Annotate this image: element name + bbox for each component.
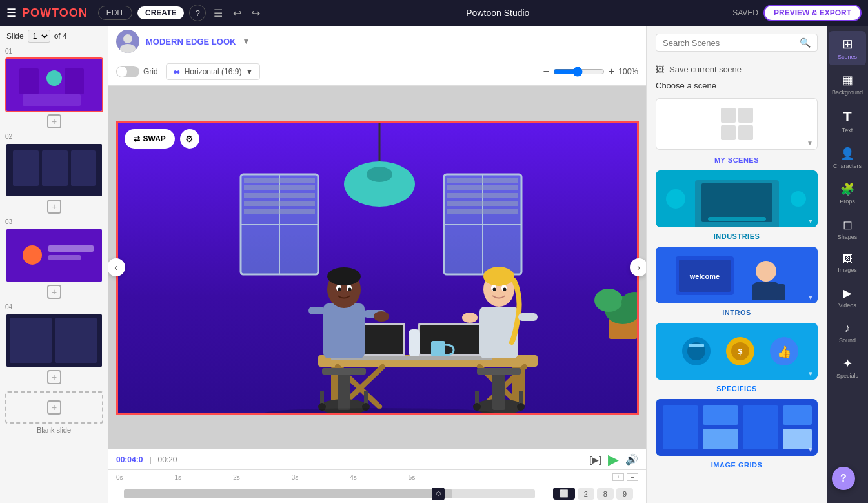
timeline-btn-2[interactable]: 2 bbox=[578, 488, 594, 500]
list-icon[interactable]: ☰ bbox=[211, 7, 225, 19]
theme-chevron-icon[interactable]: ▼ bbox=[242, 37, 250, 46]
volume-icon[interactable]: 🔊 bbox=[625, 453, 638, 466]
specifics-card[interactable]: $ 👍 ▼ bbox=[656, 323, 818, 380]
canvas-arrow-right[interactable]: › bbox=[630, 258, 647, 276]
sidebar-item-videos[interactable]: ▶ Videos bbox=[829, 281, 866, 314]
menu-icon[interactable]: ☰ bbox=[6, 6, 17, 20]
specifics-chevron-icon: ▼ bbox=[807, 370, 814, 377]
svg-rect-38 bbox=[447, 201, 518, 206]
sidebar-item-characters[interactable]: 👤 Characters bbox=[829, 141, 866, 174]
svg-point-97 bbox=[791, 191, 806, 207]
sidebar-item-shapes[interactable]: ◻ Shapes bbox=[829, 212, 866, 245]
slide-item-1[interactable]: + bbox=[0, 56, 108, 132]
imagegrids-label: IMAGE GRIDS bbox=[647, 458, 827, 473]
slide-2-add-btn[interactable]: + bbox=[5, 198, 103, 216]
svg-rect-12 bbox=[48, 255, 81, 260]
images-icon: 🖼 bbox=[842, 253, 853, 265]
preview-export-button[interactable]: PREVIEW & EXPORT bbox=[763, 5, 862, 21]
characters-label: Characters bbox=[833, 163, 862, 169]
toolbar: Grid ⬌ Horizontal (16:9) ▼ − + 100% bbox=[108, 57, 646, 86]
slide-1-add-btn[interactable]: + bbox=[5, 112, 103, 130]
theme-name: MODERN EDGE LOOK bbox=[146, 37, 236, 46]
slide-thumb-3[interactable] bbox=[5, 228, 103, 283]
choose-scene-label: Choose a scene bbox=[647, 77, 827, 94]
search-input[interactable] bbox=[663, 38, 796, 48]
imagegrids-card[interactable]: ▼ bbox=[656, 399, 818, 456]
zoom-slider[interactable] bbox=[553, 67, 605, 77]
industries-label: INDUSTRIES bbox=[647, 230, 827, 244]
sidebar-item-scenes[interactable]: ⊞ Scenes bbox=[829, 31, 866, 65]
sidebar-item-specials[interactable]: ✦ Specials bbox=[829, 351, 866, 384]
timeline-btn-8[interactable]: 8 bbox=[597, 488, 614, 500]
save-scene-row[interactable]: 🖼 Save current scene bbox=[647, 59, 827, 77]
tick-1s: 1s bbox=[175, 474, 182, 481]
toggle-knob bbox=[117, 67, 127, 77]
slide-item-2[interactable]: + bbox=[0, 141, 108, 217]
svg-point-81 bbox=[473, 403, 481, 411]
zoom-out-button[interactable]: − bbox=[543, 66, 549, 77]
help-fab-button[interactable]: ? bbox=[832, 467, 855, 490]
industries-card[interactable]: ▼ bbox=[656, 170, 818, 227]
edit-button[interactable]: EDIT bbox=[98, 6, 132, 20]
intros-card[interactable]: welcome ▼ bbox=[656, 247, 818, 303]
tick-2s: 2s bbox=[233, 474, 240, 481]
slide-thumb-1[interactable] bbox=[5, 57, 103, 112]
help-button[interactable]: ? bbox=[189, 5, 206, 21]
slide-item-4[interactable]: + bbox=[0, 312, 108, 387]
blank-slide-label: Blank slide bbox=[5, 424, 103, 439]
create-button[interactable]: CREATE bbox=[137, 6, 184, 19]
slide-3-add-btn[interactable]: + bbox=[5, 283, 103, 301]
timeline-zoom-in[interactable]: + bbox=[612, 473, 624, 481]
timeline-btn-default[interactable]: ⬜ bbox=[553, 488, 575, 500]
redo-icon[interactable]: ↪ bbox=[249, 7, 263, 19]
sidebar-item-props[interactable]: 🧩 Props bbox=[829, 177, 866, 210]
sidebar-item-text[interactable]: T Text bbox=[829, 103, 866, 139]
blank-slide-add[interactable]: + bbox=[5, 391, 103, 424]
search-box[interactable]: 🔍 bbox=[656, 34, 818, 52]
svg-point-82 bbox=[517, 403, 525, 411]
add-icon-3: + bbox=[47, 285, 61, 299]
svg-rect-39 bbox=[447, 209, 518, 214]
characters-icon: 👤 bbox=[840, 147, 854, 161]
canvas-area: ⇄ SWAP ⚙ bbox=[108, 86, 646, 449]
blank-slide-container[interactable]: + Blank slide bbox=[5, 391, 103, 439]
sidebar-item-sound[interactable]: ♪ Sound bbox=[829, 316, 866, 349]
timeline-zoom-out[interactable]: − bbox=[627, 473, 638, 481]
slide-label: Slide bbox=[6, 32, 24, 41]
svg-rect-98 bbox=[708, 217, 766, 221]
main-canvas[interactable]: ⇄ SWAP ⚙ bbox=[116, 121, 639, 415]
undo-icon[interactable]: ↩ bbox=[230, 7, 244, 19]
timeline-zoom-buttons: + − bbox=[612, 473, 638, 481]
zoom-in-button[interactable]: + bbox=[609, 66, 614, 77]
frame-play-button[interactable]: [▶] bbox=[589, 455, 601, 465]
grid-toggle[interactable] bbox=[116, 66, 139, 77]
slide-preview-3 bbox=[6, 229, 102, 282]
svg-point-42 bbox=[594, 289, 623, 312]
timeline-progress-bar[interactable]: ⬡ bbox=[124, 489, 535, 498]
background-icon: ▦ bbox=[842, 73, 853, 87]
orient-icon: ⬌ bbox=[173, 67, 181, 77]
sidebar-item-images[interactable]: 🖼 Images bbox=[829, 248, 866, 278]
timeline-btn-9[interactable]: 9 bbox=[616, 488, 633, 500]
svg-rect-90 bbox=[518, 313, 538, 321]
industries-svg bbox=[656, 170, 818, 227]
swap-button[interactable]: ⇄ SWAP bbox=[125, 129, 175, 149]
slide-thumb-2[interactable] bbox=[5, 143, 103, 198]
slide-item-3[interactable]: + bbox=[0, 227, 108, 302]
slide-thumb-4[interactable] bbox=[5, 313, 103, 368]
slide-4-add-btn[interactable]: + bbox=[5, 368, 103, 386]
far-right-sidebar: ⊞ Scenes ▦ Background T Text 👤 Character… bbox=[827, 26, 868, 503]
scenes-label: Scenes bbox=[838, 54, 857, 60]
playhead-icon: ⬡ bbox=[436, 491, 441, 497]
scenes-header: 🔍 bbox=[647, 26, 827, 59]
orientation-button[interactable]: ⬌ Horizontal (16:9) ▼ bbox=[166, 63, 261, 80]
slide-number-select[interactable]: 1234 bbox=[28, 30, 50, 43]
svg-point-17 bbox=[123, 34, 132, 43]
svg-point-4 bbox=[46, 70, 62, 86]
my-scenes-thumb[interactable]: ▼ bbox=[656, 98, 818, 150]
timeline-playhead[interactable]: ⬡ bbox=[432, 488, 445, 500]
play-button[interactable]: ▶ bbox=[608, 451, 619, 468]
specials-icon: ✦ bbox=[843, 356, 853, 371]
scene-settings-button[interactable]: ⚙ bbox=[180, 129, 199, 149]
sidebar-item-background[interactable]: ▦ Background bbox=[829, 68, 866, 101]
